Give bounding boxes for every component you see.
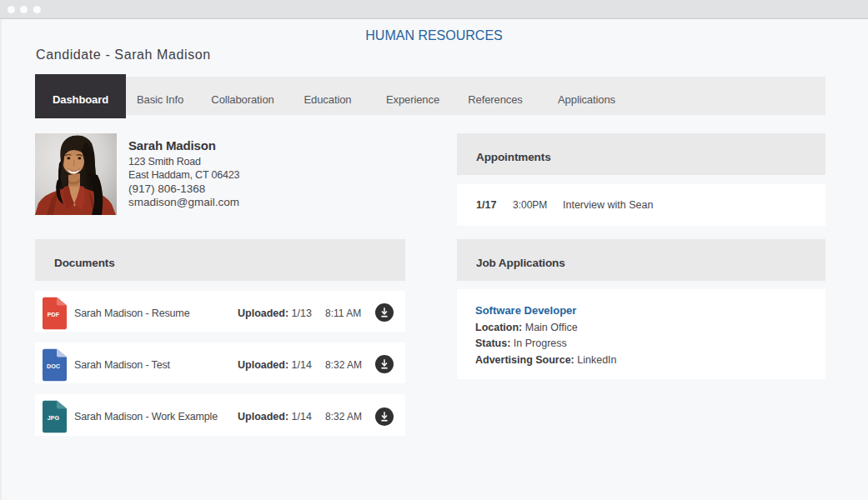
svg-text:DOC: DOC: [47, 362, 60, 369]
svg-text:JPG: JPG: [48, 414, 60, 422]
svg-text:PDF: PDF: [48, 310, 60, 318]
